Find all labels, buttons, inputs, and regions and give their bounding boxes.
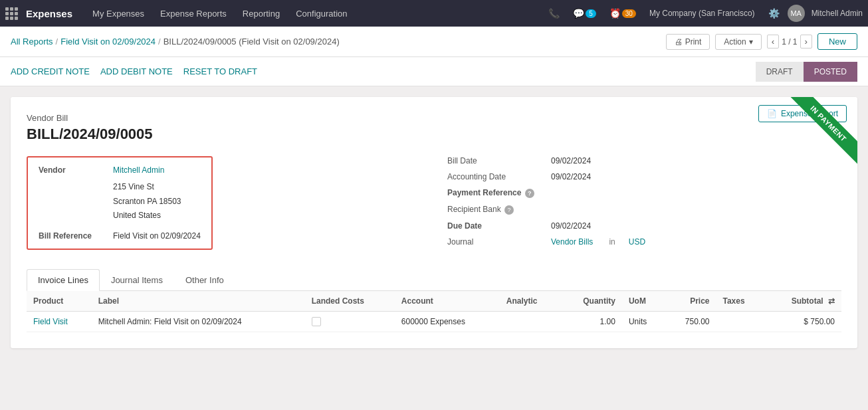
reset-to-draft-button[interactable]: RESET TO DRAFT	[183, 64, 257, 79]
vendor-label: Vendor	[39, 165, 105, 175]
new-button[interactable]: New	[817, 33, 857, 50]
recipient-bank-help[interactable]: ?	[504, 205, 514, 215]
col-price: Price	[665, 291, 716, 312]
doc-left: Vendor Mitchell Admin 215 Vine St Scrant…	[27, 156, 421, 253]
accounting-date-value: 09/02/2024	[551, 172, 591, 181]
user-name: Mitchell Admin	[812, 9, 863, 18]
recipient-bank-field: Recipient Bank ?	[447, 205, 841, 215]
breadcrumb-all-reports[interactable]: All Reports	[11, 37, 53, 47]
row-taxes	[716, 312, 764, 332]
phone-icon[interactable]: 📞	[543, 5, 565, 21]
col-subtotal: Subtotal ⇄	[764, 291, 841, 312]
row-analytic	[500, 312, 560, 332]
breadcrumb-sep-2: /	[158, 37, 161, 47]
next-page-button[interactable]: ›	[800, 35, 812, 49]
bill-ref-value: Field Visit on 02/09/2024	[113, 231, 201, 241]
clock-icon[interactable]: ⏰30	[604, 5, 641, 21]
col-product: Product	[27, 291, 92, 312]
message-badge: 5	[586, 9, 596, 18]
breadcrumb-field-visit[interactable]: Field Visit on 02/09/2024	[60, 37, 156, 47]
action-bar: ADD CREDIT NOTE ADD DEBIT NOTE RESET TO …	[0, 57, 868, 86]
nav-configuration[interactable]: Configuration	[289, 6, 354, 21]
page-number: 1 / 1	[782, 37, 797, 47]
action-button[interactable]: Action ▾	[715, 34, 761, 50]
vendor-address-line2: Scranton PA 18503	[113, 195, 201, 209]
prev-page-button[interactable]: ‹	[767, 35, 779, 49]
company-name: My Company (San Francisco)	[649, 9, 755, 18]
document-card: 📄 Expense Report IN PAYMENT Vendor Bill …	[11, 97, 857, 348]
recipient-bank-label: Recipient Bank ?	[447, 205, 540, 215]
vendor-address-line3: United States	[113, 209, 201, 223]
journal-value[interactable]: Vendor Bills	[551, 237, 593, 247]
payment-ref-help[interactable]: ?	[525, 189, 534, 198]
tab-other-info[interactable]: Other Info	[174, 269, 235, 290]
message-icon[interactable]: 💬5	[568, 5, 601, 21]
app-grid-icon[interactable]	[5, 7, 18, 20]
doc-number: BILL/2024/09/0005	[27, 126, 841, 143]
col-quantity: Quantity	[560, 291, 622, 312]
settings-icon[interactable]: ⚙️	[763, 5, 785, 21]
accounting-date-label: Accounting Date	[447, 172, 540, 181]
row-price: 750.00	[665, 312, 716, 332]
col-uom: UoM	[622, 291, 665, 312]
bill-date-label: Bill Date	[447, 156, 540, 165]
table-row: Field Visit Mitchell Admin: Field Visit …	[27, 312, 841, 332]
status-draft-tab[interactable]: DRAFT	[756, 62, 804, 82]
vendor-address-line1: 215 Vine St	[113, 180, 201, 195]
nav-reporting[interactable]: Reporting	[236, 6, 286, 21]
due-date-label: Due Date	[447, 221, 540, 231]
row-landed-costs[interactable]	[305, 312, 395, 332]
vendor-address: 215 Vine St Scranton PA 18503 United Sta…	[113, 180, 201, 223]
row-subtotal: $ 750.00	[764, 312, 841, 332]
doc-type: Vendor Bill	[27, 113, 841, 123]
status-posted-tab[interactable]: POSTED	[804, 62, 857, 82]
col-account: Account	[395, 291, 500, 312]
breadcrumb-sep-1: /	[56, 37, 58, 47]
bill-date-field: Bill Date 09/02/2024	[447, 156, 841, 165]
breadcrumb-bar: All Reports / Field Visit on 02/09/2024 …	[0, 27, 868, 57]
landed-costs-checkbox[interactable]	[312, 317, 321, 326]
vendor-box: Vendor Mitchell Admin 215 Vine St Scrant…	[27, 156, 213, 250]
expense-report-button[interactable]: 📄 Expense Report	[758, 105, 847, 122]
breadcrumb: All Reports / Field Visit on 02/09/2024 …	[11, 37, 340, 47]
table-section: Product Label Landed Costs Account Analy…	[27, 291, 841, 332]
bill-date-value: 09/02/2024	[551, 156, 591, 165]
add-credit-note-button[interactable]: ADD CREDIT NOTE	[11, 64, 90, 79]
col-label: Label	[92, 291, 305, 312]
journal-field: Journal Vendor Bills in USD	[447, 237, 841, 247]
doc-body: Vendor Mitchell Admin 215 Vine St Scrant…	[27, 156, 841, 253]
chevron-down-icon: ▾	[749, 37, 753, 47]
invoice-lines-table: Product Label Landed Costs Account Analy…	[27, 291, 841, 332]
journal-label: Journal	[447, 237, 540, 247]
nav-my-expenses[interactable]: My Expenses	[86, 6, 151, 21]
payment-ref-label: Payment Reference ?	[447, 188, 540, 198]
row-product[interactable]: Field Visit	[27, 312, 92, 332]
row-account: 600000 Expenses	[395, 312, 500, 332]
tab-invoice-lines[interactable]: Invoice Lines	[27, 269, 100, 291]
tab-journal-items[interactable]: Journal Items	[100, 269, 174, 290]
action-bar-left: ADD CREDIT NOTE ADD DEBIT NOTE RESET TO …	[11, 64, 257, 79]
brand-name[interactable]: Expenses	[26, 8, 72, 19]
row-quantity: 1.00	[560, 312, 622, 332]
page-navigation: ‹ 1 / 1 ›	[767, 35, 812, 49]
col-analytic: Analytic	[500, 291, 560, 312]
avatar[interactable]: MA	[788, 5, 805, 22]
currency-value[interactable]: USD	[629, 237, 645, 247]
adjust-icon[interactable]: ⇄	[828, 296, 835, 306]
top-navigation: Expenses My Expenses Expense Reports Rep…	[0, 0, 868, 27]
due-date-value: 09/02/2024	[551, 221, 591, 231]
vendor-name[interactable]: Mitchell Admin	[113, 165, 164, 175]
clock-badge: 30	[622, 9, 636, 18]
print-button[interactable]: 🖨 Print	[666, 34, 710, 50]
journal-in: in	[609, 237, 615, 247]
due-date-field: Due Date 09/02/2024	[447, 221, 841, 231]
payment-ref-field: Payment Reference ?	[447, 188, 841, 198]
print-icon: 🖨	[675, 37, 683, 47]
add-debit-note-button[interactable]: ADD DEBIT NOTE	[100, 64, 173, 79]
nav-expense-reports[interactable]: Expense Reports	[154, 6, 233, 21]
row-uom: Units	[622, 312, 665, 332]
bill-ref-label: Bill Reference	[39, 231, 105, 241]
breadcrumb-actions: 🖨 Print Action ▾ ‹ 1 / 1 › New	[666, 33, 857, 50]
breadcrumb-current: BILL/2024/09/0005 (Field Visit on 02/09/…	[163, 37, 340, 47]
bill-ref-row: Bill Reference Field Visit on 02/09/2024	[39, 231, 201, 241]
